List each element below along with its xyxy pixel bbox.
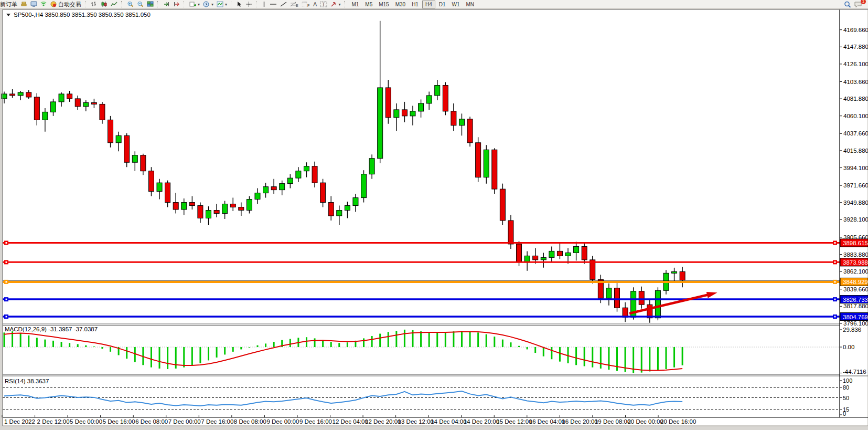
macd-bar — [453, 331, 454, 347]
macd-bar — [28, 335, 29, 347]
chat-icon[interactable]: 1 — [853, 1, 864, 8]
tab-timeframe-M1[interactable]: M1 — [349, 1, 361, 8]
macd-bar — [20, 333, 22, 347]
fibonacci-icon[interactable]: E — [288, 1, 300, 8]
candle — [410, 111, 415, 116]
label-icon[interactable]: T — [318, 1, 329, 8]
candle — [508, 221, 513, 244]
trendline-icon[interactable] — [278, 1, 288, 8]
candle — [18, 92, 23, 96]
macd-bar — [527, 347, 528, 349]
svg-text:4169.660: 4169.660 — [843, 27, 868, 33]
search-icon[interactable] — [842, 1, 853, 8]
candle — [83, 102, 89, 106]
svg-text:3826.733: 3826.733 — [843, 297, 868, 303]
candle — [541, 257, 546, 259]
svg-text:5 Dec 16:00: 5 Dec 16:00 — [103, 418, 135, 425]
candle — [459, 119, 464, 125]
candle — [148, 171, 154, 192]
candle — [312, 166, 317, 183]
arrows-icon[interactable]: ▾ — [329, 1, 342, 8]
candle — [615, 288, 620, 308]
macd-bar — [575, 347, 577, 365]
zoom-in-icon[interactable] — [125, 1, 135, 8]
macd-bar — [126, 347, 127, 359]
tab-timeframe-D1[interactable]: D1 — [436, 1, 448, 8]
candlestick-icon[interactable] — [99, 1, 109, 8]
tab-timeframe-MN[interactable]: MN — [464, 1, 477, 8]
zoom-out-icon[interactable] — [135, 1, 145, 8]
macd-bar — [502, 340, 503, 347]
svg-text:3928.100: 3928.100 — [843, 216, 868, 223]
terminal-icon[interactable] — [29, 1, 39, 8]
tab-timeframe-H1[interactable]: H1 — [409, 1, 421, 8]
chart-canvas[interactable]: SP500-,H4 3850.850 3851.350 3850.350 385… — [0, 0, 868, 430]
auto-scroll-icon[interactable] — [162, 1, 172, 8]
svg-text:12 Dec 04:00: 12 Dec 04:00 — [333, 418, 368, 425]
gold-chart-icon[interactable] — [19, 1, 29, 8]
svg-text:13 Dec 12:00: 13 Dec 12:00 — [398, 418, 434, 425]
candle — [680, 271, 685, 280]
svg-text:16 Dec 04:00: 16 Dec 04:00 — [529, 418, 565, 425]
svg-text:9 Dec 00:00: 9 Dec 00:00 — [266, 418, 299, 425]
macd-bar — [436, 332, 438, 347]
candle — [500, 189, 505, 221]
candle — [255, 193, 260, 200]
macd-bar — [363, 338, 365, 347]
svg-text:4015.880: 4015.880 — [843, 148, 868, 154]
new-order-label: 新订单 — [0, 1, 17, 8]
macd-bar — [673, 347, 675, 368]
candle — [369, 159, 374, 174]
tab-timeframe-M30[interactable]: M30 — [393, 1, 408, 8]
svg-text:9 Dec 16:00: 9 Dec 16:00 — [299, 418, 332, 425]
tab-timeframe-H4[interactable]: H4 — [422, 1, 435, 8]
candle — [189, 203, 195, 206]
candle — [75, 99, 80, 107]
candle — [181, 203, 187, 209]
macd-bar — [420, 331, 422, 347]
macd-bar — [306, 337, 307, 347]
new-order-button[interactable]: 新订单 — [0, 1, 19, 8]
macd-bar — [338, 343, 340, 347]
tile-windows-icon[interactable] — [145, 1, 155, 8]
candle — [67, 94, 72, 99]
line-chart-icon[interactable] — [109, 1, 119, 8]
period-button[interactable]: ▾ — [201, 1, 215, 8]
candle — [484, 150, 489, 177]
svg-text:F: F — [307, 4, 309, 7]
toolbar-separator — [85, 1, 88, 7]
tab-timeframe-W1[interactable]: W1 — [449, 1, 463, 8]
svg-text:E: E — [296, 4, 298, 7]
cursor-icon[interactable] — [235, 1, 244, 8]
candle — [549, 251, 554, 257]
candle — [304, 166, 309, 171]
candle — [157, 183, 162, 191]
signal-icon[interactable] — [39, 1, 49, 8]
svg-text:4147.880: 4147.880 — [843, 44, 868, 50]
svg-text:3994.100: 3994.100 — [843, 165, 868, 171]
new-chart-button[interactable]: ▾ — [188, 1, 201, 8]
crosshair-icon[interactable] — [244, 1, 254, 8]
macd-bar — [44, 340, 46, 347]
chart-shift-icon[interactable] — [172, 1, 181, 8]
indicators-button[interactable]: ▾ — [215, 1, 229, 8]
grid-icon[interactable]: F — [300, 1, 312, 8]
text-icon[interactable]: A — [312, 1, 318, 8]
svg-text:SP500-,H4 3850.850 3851.350 38: SP500-,H4 3850.850 3851.350 3850.350 385… — [14, 12, 151, 18]
svg-text:3883.880: 3883.880 — [843, 251, 868, 258]
macd-bar — [608, 347, 609, 370]
macd-bar — [395, 331, 397, 347]
vertical-line-icon[interactable] — [260, 1, 268, 8]
candle — [263, 187, 269, 193]
candle — [42, 112, 48, 120]
candle — [639, 291, 644, 305]
macd-bar — [584, 347, 585, 366]
macd-bar — [559, 347, 561, 362]
candle — [378, 88, 383, 159]
horizontal-line-icon[interactable] — [268, 1, 278, 8]
notification-badge: 1 — [861, 0, 866, 4]
autotrade-button[interactable]: 自动交易 — [49, 1, 83, 8]
bar-chart-icon[interactable] — [89, 1, 99, 8]
tab-timeframe-M15[interactable]: M15 — [376, 1, 391, 8]
tab-timeframe-M5[interactable]: M5 — [362, 1, 375, 8]
